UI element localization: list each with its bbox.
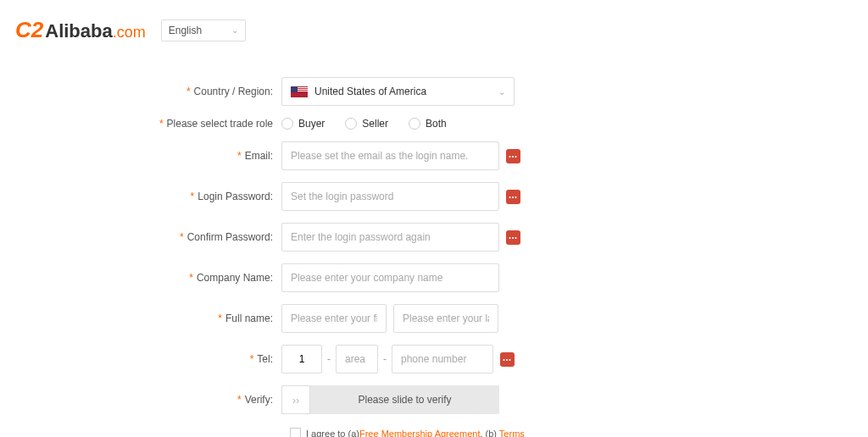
country-select[interactable]: United States of America ⌄ (281, 77, 515, 106)
us-flag-icon (291, 86, 308, 97)
company-input[interactable] (281, 263, 499, 292)
first-name-input[interactable] (281, 304, 387, 333)
email-label: *Email: (129, 150, 281, 162)
country-label: *Country / Region: (129, 86, 281, 97)
logo-brand: Alibaba (45, 20, 112, 42)
trade-role-both[interactable]: Both (409, 118, 447, 130)
header: C2 Alibaba .com English ⌄ (0, 0, 868, 43)
verify-slider[interactable]: ›› Please slide to verify (281, 385, 499, 414)
slider-track-text: Please slide to verify (310, 385, 499, 414)
radio-icon (281, 118, 293, 130)
language-value: English (169, 25, 202, 36)
password-manager-icon[interactable]: ••• (506, 230, 520, 245)
verify-label: *Verify: (129, 394, 281, 406)
last-name-input[interactable] (393, 304, 498, 333)
agreement-text: I agree to (a)Free Membership Agreement,… (306, 427, 527, 437)
chevron-down-icon: ⌄ (498, 87, 505, 97)
fullname-label: *Full name: (129, 313, 281, 324)
password-manager-icon[interactable]: ••• (506, 190, 520, 204)
trade-role-buyer[interactable]: Buyer (281, 118, 325, 130)
slider-handle-icon[interactable]: ›› (281, 385, 310, 414)
password-input[interactable] (281, 182, 499, 211)
registration-form: *Country / Region: United States of Amer… (129, 77, 739, 437)
tel-area-input[interactable] (336, 345, 378, 373)
country-value: United States of America (314, 86, 498, 97)
radio-icon (409, 118, 420, 130)
agreement-checkbox[interactable] (290, 428, 301, 437)
logo-swirl-icon: C2 (15, 17, 43, 43)
password-label: *Login Password: (129, 191, 281, 202)
language-select[interactable]: English ⌄ (161, 19, 246, 41)
link-membership-agreement[interactable]: Free Membership Agreement (359, 429, 480, 437)
tel-phone-input[interactable] (392, 345, 493, 373)
password-manager-icon[interactable]: ••• (500, 352, 515, 367)
trade-role-label: *Please select trade role (129, 118, 281, 130)
radio-icon (345, 118, 357, 130)
confirm-password-input[interactable] (281, 223, 499, 252)
confirm-password-label: *Confirm Password: (129, 231, 281, 243)
logo[interactable]: C2 Alibaba .com (15, 17, 146, 43)
trade-role-seller[interactable]: Seller (345, 118, 388, 130)
email-input[interactable] (281, 141, 499, 170)
company-label: *Company Name: (129, 272, 281, 284)
password-manager-icon[interactable]: ••• (506, 149, 520, 163)
agreement-row: I agree to (a)Free Membership Agreement,… (290, 427, 527, 437)
tel-label: *Tel: (129, 353, 281, 365)
tel-country-code-input[interactable] (281, 345, 322, 373)
logo-suffix: .com (113, 24, 146, 41)
chevron-down-icon: ⌄ (231, 25, 238, 35)
